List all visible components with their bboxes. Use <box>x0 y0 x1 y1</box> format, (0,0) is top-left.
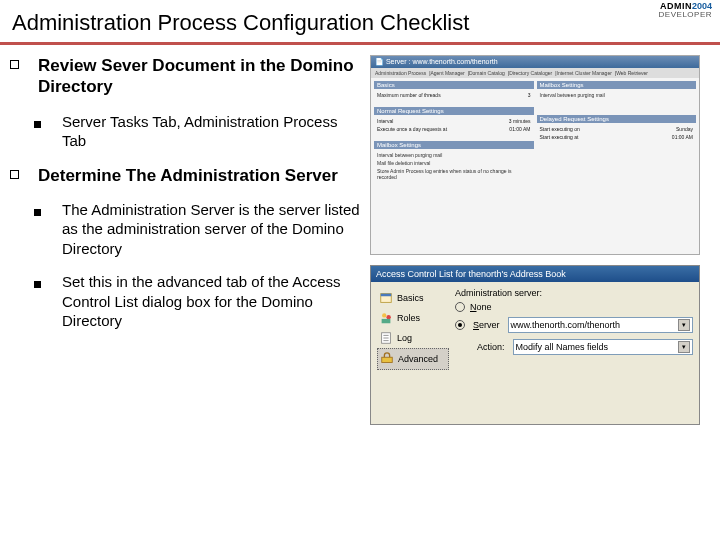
svg-point-2 <box>382 313 386 317</box>
sub-item: Set this in the advanced tab of the Acce… <box>62 272 362 331</box>
bullet-hollow-square-icon <box>10 60 19 69</box>
chevron-down-icon: ▾ <box>678 319 690 331</box>
sub-item: The Administration Server is the server … <box>62 200 362 259</box>
sidebar-item-roles[interactable]: Roles <box>377 308 449 328</box>
bullet-solid-square-icon <box>34 121 41 128</box>
page-title: Administration Process Configuration Che… <box>0 0 720 45</box>
section-header: Mailbox Settings <box>374 141 534 149</box>
section-header: Normal Request Settings <box>374 107 534 115</box>
svg-rect-1 <box>381 294 392 297</box>
sidebar-item-log[interactable]: Log <box>377 328 449 348</box>
bullet-solid-square-icon <box>34 281 41 288</box>
section-header: Delayed Request Settings <box>537 115 697 123</box>
heading-2: Determine The Administration Server <box>38 165 338 186</box>
brand-logo: ADMIN2004 DEVELOPER <box>659 2 712 19</box>
heading-1: Review Sever Document in the Domino Dire… <box>38 55 362 98</box>
svg-point-3 <box>386 315 390 319</box>
section-header: Mailbox Settings <box>537 81 697 89</box>
sidebar-item-basics[interactable]: Basics <box>377 288 449 308</box>
radio-none[interactable] <box>455 302 465 312</box>
acl-dialog-screenshot: Access Control List for thenorth's Addre… <box>370 265 700 425</box>
log-icon <box>379 331 393 345</box>
radio-none-label: NNoneone <box>470 302 492 312</box>
radio-server-label: Server <box>473 320 500 330</box>
basics-icon <box>379 291 393 305</box>
section-header: Basics <box>374 81 534 89</box>
server-document-screenshot: 📄 Server : www.thenorth.com/thenorth Adm… <box>370 55 700 255</box>
bullet-solid-square-icon <box>34 209 41 216</box>
dialog-title: Access Control List for thenorth's Addre… <box>371 266 699 282</box>
bullet-hollow-square-icon <box>10 170 19 179</box>
acl-sidebar: Basics Roles Log <box>377 288 449 370</box>
sub-item: Server Tasks Tab, Administration Process… <box>62 112 362 151</box>
action-combo[interactable]: Modify all Names fields ▾ <box>513 339 693 355</box>
admin-server-label: Administration server: <box>455 288 693 298</box>
svg-rect-9 <box>382 357 393 362</box>
server-combo[interactable]: www.thenorth.com/thenorth ▾ <box>508 317 693 333</box>
window-title: 📄 Server : www.thenorth.com/thenorth <box>371 56 699 68</box>
svg-rect-4 <box>382 319 391 323</box>
sidebar-item-advanced[interactable]: Advanced <box>377 348 449 370</box>
bullet-list: Review Sever Document in the Domino Dire… <box>10 55 370 425</box>
advanced-icon <box>380 352 394 366</box>
radio-server[interactable] <box>455 320 465 330</box>
chevron-down-icon: ▾ <box>678 341 690 353</box>
server-tabs: Administration Process|Agent Manager|Dom… <box>371 68 699 78</box>
action-label: Action: <box>477 342 505 352</box>
roles-icon <box>379 311 393 325</box>
